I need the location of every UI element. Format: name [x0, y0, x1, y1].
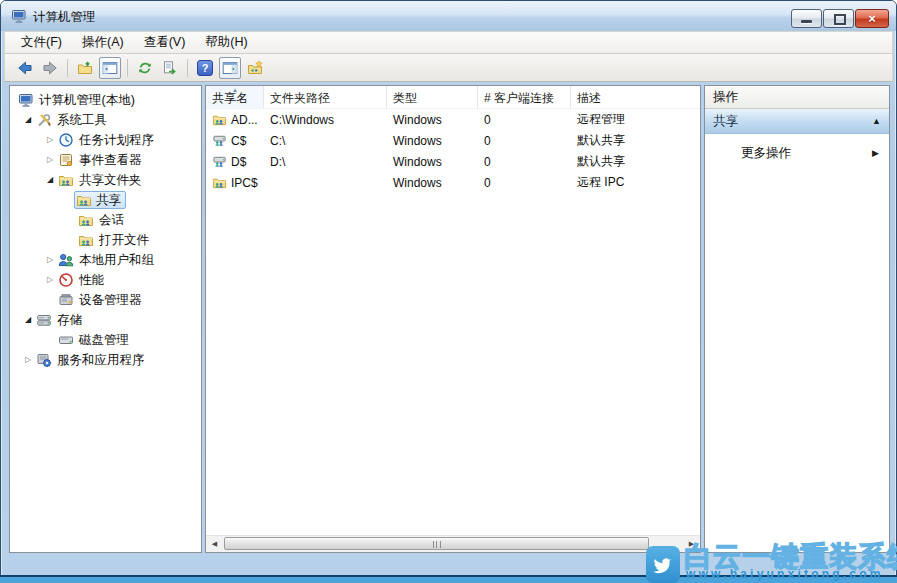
disk-management-icon [58, 332, 74, 348]
share-name: C$ [231, 134, 246, 148]
back-button[interactable] [14, 57, 36, 79]
share-description: 远程管理 [571, 111, 700, 128]
column-header-type[interactable]: 类型 [387, 86, 478, 108]
tree-item-shared-folders[interactable]: ◢ 共享文件夹 [10, 170, 201, 190]
tree-item-system-tools[interactable]: ◢ 系统工具 [10, 110, 201, 130]
column-header-client-connections[interactable]: # 客户端连接 [478, 86, 571, 108]
actions-group-label: 共享 [713, 113, 738, 130]
column-header-share-name[interactable]: ▲ 共享名 [206, 86, 264, 108]
column-header-folder-path[interactable]: 文件夹路径 [264, 86, 387, 108]
menu-file[interactable]: 文件(F) [11, 32, 72, 53]
list-header: ▲ 共享名 文件夹路径 类型 # 客户端连接 描述 [206, 86, 700, 109]
menu-view[interactable]: 查看(V) [134, 32, 196, 53]
horizontal-scrollbar[interactable]: ◀ ▶ [206, 535, 700, 552]
export-list-button[interactable] [159, 57, 181, 79]
forward-icon [42, 60, 58, 76]
tree-item-shares-selected[interactable]: 共享 [10, 190, 201, 210]
tree-item-computer-management-local[interactable]: 计算机管理(本地) [10, 90, 201, 110]
help-icon: ? [197, 60, 213, 76]
menu-action[interactable]: 操作(A) [72, 32, 134, 53]
actions-group-shares[interactable]: 共享 ▲ [705, 109, 889, 134]
tree-item-label: 打开文件 [99, 232, 149, 249]
shared-folder-icon [78, 232, 94, 248]
client-connections: 0 [478, 155, 571, 169]
folder-path: C:\ [264, 134, 387, 148]
tree-item-local-users-groups[interactable]: ▷ 本地用户和组 [10, 250, 201, 270]
expand-closed-icon[interactable]: ▷ [42, 150, 58, 170]
toolbar-separator [67, 59, 68, 77]
local-users-groups-icon [58, 252, 74, 268]
expand-open-icon[interactable]: ◢ [20, 310, 36, 330]
expand-closed-icon[interactable]: ▷ [42, 270, 58, 290]
minimize-button[interactable] [791, 9, 822, 28]
refresh-button[interactable] [134, 57, 156, 79]
window-controls: × [791, 9, 889, 28]
submenu-right-icon: ▶ [872, 149, 879, 158]
table-row-c-share[interactable]: C$ C:\ Windows 0 默认共享 [206, 130, 700, 151]
share-description: 远程 IPC [571, 174, 700, 191]
share-type: Windows [387, 113, 478, 127]
new-share-button[interactable] [244, 57, 266, 79]
column-header-description[interactable]: 描述 [571, 86, 700, 108]
scrollbar-track[interactable] [223, 536, 683, 552]
tree-item-services-applications[interactable]: ▷ 服务和应用程序 [10, 350, 201, 370]
table-row-d-share[interactable]: D$ D:\ Windows 0 默认共享 [206, 151, 700, 172]
tree-item-event-viewer[interactable]: ▷ 事件查看器 [10, 150, 201, 170]
app-icon [11, 8, 27, 24]
expand-closed-icon[interactable]: ▷ [42, 130, 58, 150]
tree-item-label: 设备管理器 [79, 292, 142, 309]
tree-item-label: 服务和应用程序 [57, 352, 145, 369]
window-title: 计算机管理 [33, 9, 96, 26]
help-button[interactable]: ? [194, 57, 216, 79]
column-label: 共享名 [212, 91, 248, 105]
show-action-pane-button[interactable] [219, 57, 241, 79]
share-name: AD... [231, 113, 258, 127]
title-bar[interactable]: 计算机管理 × [1, 1, 896, 31]
table-row-admin-share[interactable]: AD... C:\Windows Windows 0 远程管理 [206, 109, 700, 130]
task-scheduler-icon [58, 132, 74, 148]
close-button[interactable]: × [855, 9, 889, 28]
share-type: Windows [387, 176, 478, 190]
expand-closed-icon[interactable]: ▷ [20, 350, 36, 370]
tree-item-performance[interactable]: ▷ 性能 [10, 270, 201, 290]
shares-list-panel: ▲ 共享名 文件夹路径 类型 # 客户端连接 描述 AD... C:\Windo… [205, 85, 701, 553]
tree-item-open-files[interactable]: 打开文件 [10, 230, 201, 250]
tree-item-storage[interactable]: ◢ 存储 [10, 310, 201, 330]
console-tree-icon [102, 60, 118, 76]
sort-ascending-icon: ▲ [232, 87, 238, 94]
shared-folder-icon [76, 192, 92, 208]
tree-item-device-manager[interactable]: 设备管理器 [10, 290, 201, 310]
twitter-bird-icon [651, 553, 675, 577]
tree-item-label: 事件查看器 [79, 152, 142, 169]
client-connections: 0 [478, 176, 571, 190]
restore-button[interactable] [823, 9, 854, 28]
forward-button[interactable] [39, 57, 61, 79]
tree-item-label: 磁盘管理 [79, 332, 129, 349]
tree-item-label: 共享 [96, 192, 121, 209]
scroll-left-button[interactable]: ◀ [206, 536, 223, 552]
export-list-icon [162, 60, 178, 76]
client-connections: 0 [478, 134, 571, 148]
menu-help[interactable]: 帮助(H) [195, 32, 257, 53]
shared-folder-icon [212, 175, 227, 190]
expand-open-icon[interactable]: ◢ [20, 110, 36, 130]
tree-item-label: 共享文件夹 [79, 172, 142, 189]
scrollbar-thumb[interactable] [224, 537, 649, 550]
expand-open-icon[interactable]: ◢ [42, 170, 58, 190]
show-console-tree-button[interactable] [99, 57, 121, 79]
up-one-level-button[interactable] [74, 57, 96, 79]
event-viewer-icon [58, 152, 74, 168]
table-row-ipc-share[interactable]: IPC$ Windows 0 远程 IPC [206, 172, 700, 193]
tree-item-task-scheduler[interactable]: ▷ 任务计划程序 [10, 130, 201, 150]
column-label: 类型 [393, 91, 417, 105]
collapse-up-icon[interactable]: ▲ [872, 117, 881, 126]
tree-item-sessions[interactable]: 会话 [10, 210, 201, 230]
back-icon [17, 60, 33, 76]
toolbar-separator [187, 59, 188, 77]
client-connections: 0 [478, 113, 571, 127]
computer-management-window: 计算机管理 × 文件(F) 操作(A) 查看(V) 帮助(H) ? 计算机管理(… [0, 0, 897, 577]
tree-item-disk-management[interactable]: 磁盘管理 [10, 330, 201, 350]
more-actions-item[interactable]: 更多操作 ▶ [705, 141, 889, 165]
expand-closed-icon[interactable]: ▷ [42, 250, 58, 270]
menu-bar: 文件(F) 操作(A) 查看(V) 帮助(H) [4, 31, 893, 54]
